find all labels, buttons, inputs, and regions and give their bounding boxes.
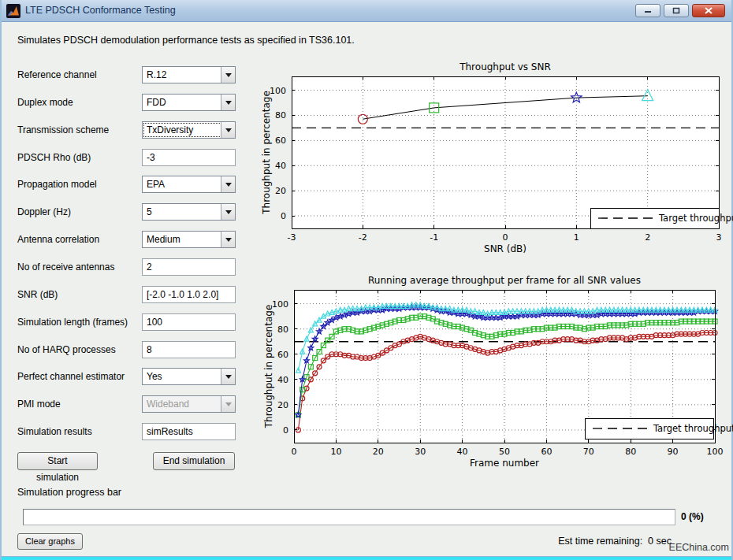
watermark-text: EEChina.com bbox=[669, 542, 729, 553]
title-bar: LTE PDSCH Conformance Testing bbox=[2, 0, 731, 22]
svg-text:20: 20 bbox=[275, 186, 286, 196]
reference-channel-label: Reference channel bbox=[17, 66, 143, 83]
est-time-value: 0 sec bbox=[648, 536, 672, 547]
est-time-remaining: Est time remaining: 0 sec bbox=[558, 536, 672, 547]
no-of-harq-processes-label: No of HARQ processes bbox=[17, 341, 143, 358]
doppler-hz-label: Doppler (Hz) bbox=[17, 203, 143, 221]
progress-percent: 0 (%) bbox=[681, 511, 704, 522]
no-of-harq-processes-input[interactable]: 8 bbox=[142, 341, 236, 358]
pdsch-rho-db-label: PDSCH Rho (dB) bbox=[17, 149, 143, 166]
svg-text:60: 60 bbox=[275, 135, 286, 146]
svg-text:10: 10 bbox=[330, 447, 341, 457]
svg-text:0: 0 bbox=[283, 425, 288, 436]
simulation-results-input[interactable]: simResults bbox=[142, 423, 236, 440]
svg-text:Frame number: Frame number bbox=[470, 458, 539, 469]
clear-graphs-button[interactable]: Clear graphs bbox=[17, 533, 83, 550]
est-time-label: Est time remaining: bbox=[558, 536, 642, 547]
svg-text:3: 3 bbox=[716, 232, 722, 243]
duplex-mode-label: Duplex mode bbox=[17, 94, 143, 111]
svg-text:SNR (dB): SNR (dB) bbox=[484, 243, 526, 254]
propagation-model-select[interactable]: EPA bbox=[142, 176, 236, 193]
description-text: Simulates PDSCH demodulation performance… bbox=[17, 35, 355, 46]
svg-text:80: 80 bbox=[625, 447, 636, 457]
simulation-length-frames-input[interactable]: 100 bbox=[142, 313, 236, 331]
svg-text:40: 40 bbox=[457, 447, 468, 457]
doppler-hz-select[interactable]: 5 bbox=[142, 203, 236, 221]
chevron-down-icon[interactable] bbox=[221, 95, 235, 110]
svg-text:Throughput vs SNR: Throughput vs SNR bbox=[459, 61, 551, 72]
svg-text:2: 2 bbox=[645, 232, 650, 243]
svg-text:Throughput in percentage: Throughput in percentage bbox=[263, 305, 274, 429]
svg-text:Target throughput: Target throughput bbox=[653, 423, 733, 434]
chevron-down-icon[interactable] bbox=[221, 67, 235, 83]
chevron-down-glyph bbox=[225, 128, 232, 132]
antenna-correlation-value: Medium bbox=[147, 234, 180, 245]
svg-text:-3: -3 bbox=[288, 232, 296, 243]
chart2-svg: 0102030405060708090100020406080100Runnin… bbox=[262, 266, 733, 473]
svg-text:100: 100 bbox=[707, 447, 724, 457]
chevron-down-glyph bbox=[225, 402, 232, 406]
no-of-receive-antennas-label: No of receive antennas bbox=[17, 258, 143, 276]
window-title: LTE PDSCH Conformance Testing bbox=[25, 5, 176, 16]
window-bottom-border bbox=[2, 556, 731, 560]
chevron-down-icon[interactable] bbox=[221, 122, 235, 138]
chevron-down-glyph bbox=[225, 375, 232, 379]
pdsch-rho-db-input[interactable]: -3 bbox=[142, 149, 236, 166]
chevron-down-glyph bbox=[225, 210, 232, 214]
progress-bar-label: Simulation progress bar bbox=[17, 487, 121, 498]
transmission-scheme-value: TxDiversity bbox=[147, 124, 193, 135]
reference-channel-value: R.12 bbox=[147, 69, 166, 80]
propagation-model-value: EPA bbox=[147, 179, 165, 190]
snr-db-input[interactable]: [-2.0 -1.0 1.0 2.0] bbox=[142, 286, 236, 303]
pmi-mode-label: PMI mode bbox=[17, 395, 143, 413]
doppler-hz-value: 5 bbox=[147, 206, 152, 217]
svg-text:Target throughput: Target throughput bbox=[658, 213, 733, 224]
svg-text:80: 80 bbox=[275, 110, 286, 121]
svg-text:40: 40 bbox=[277, 375, 288, 385]
chevron-down-icon[interactable] bbox=[221, 232, 235, 247]
svg-text:40: 40 bbox=[275, 161, 286, 171]
svg-text:Throughput in percentage: Throughput in percentage bbox=[262, 91, 272, 215]
close-button[interactable] bbox=[692, 4, 725, 17]
simulation-results-label: Simulation results bbox=[17, 423, 143, 440]
svg-text:1: 1 bbox=[574, 232, 579, 243]
perfect-channel-estimator-label: Perfect channel estimator bbox=[17, 368, 143, 385]
throughput-vs-snr-chart: -3-2-10123020406080100Throughput vs SNRS… bbox=[262, 59, 733, 256]
transmission-scheme-select[interactable]: TxDiversity bbox=[142, 121, 236, 139]
minimize-icon bbox=[644, 7, 652, 14]
matlab-icon bbox=[6, 4, 20, 18]
chevron-down-icon[interactable] bbox=[221, 369, 235, 384]
duplex-mode-value: FDD bbox=[147, 97, 166, 108]
chevron-down-icon[interactable] bbox=[221, 204, 235, 220]
chevron-down-glyph bbox=[225, 101, 232, 105]
antenna-correlation-label: Antenna correlation bbox=[17, 231, 143, 248]
snr-db-label: SNR (dB) bbox=[17, 286, 143, 303]
transmission-scheme-label: Transmission scheme bbox=[17, 121, 143, 139]
svg-text:60: 60 bbox=[541, 447, 552, 457]
no-of-receive-antennas-input[interactable]: 2 bbox=[142, 258, 236, 276]
perfect-channel-estimator-value: Yes bbox=[147, 371, 162, 382]
chevron-down-glyph bbox=[225, 183, 232, 187]
svg-text:100: 100 bbox=[272, 299, 288, 310]
svg-text:50: 50 bbox=[499, 447, 510, 457]
reference-channel-select[interactable]: R.12 bbox=[142, 66, 236, 83]
duplex-mode-select[interactable]: FDD bbox=[142, 94, 236, 111]
svg-text:Running average throughput per: Running average throughput per frame for… bbox=[368, 275, 641, 286]
chevron-down-icon[interactable] bbox=[221, 176, 235, 192]
pmi-mode-select: Wideband bbox=[142, 395, 236, 413]
svg-text:100: 100 bbox=[270, 86, 286, 96]
minimize-button[interactable] bbox=[635, 4, 660, 17]
svg-text:0: 0 bbox=[503, 232, 508, 243]
perfect-channel-estimator-select[interactable]: Yes bbox=[142, 368, 236, 385]
maximize-icon bbox=[672, 7, 680, 14]
chart1-svg: -3-2-10123020406080100Throughput vs SNRS… bbox=[262, 59, 733, 256]
antenna-correlation-select[interactable]: Medium bbox=[142, 231, 236, 248]
svg-text:80: 80 bbox=[277, 325, 288, 335]
start-simulation-button[interactable]: Start simulation bbox=[17, 452, 98, 470]
running-average-throughput-chart: 0102030405060708090100020406080100Runnin… bbox=[262, 266, 733, 473]
svg-text:0: 0 bbox=[292, 447, 297, 457]
end-simulation-button[interactable]: End simulation bbox=[153, 452, 235, 470]
progress-bar bbox=[23, 509, 675, 525]
maximize-button[interactable] bbox=[664, 4, 689, 17]
svg-text:70: 70 bbox=[583, 447, 594, 457]
